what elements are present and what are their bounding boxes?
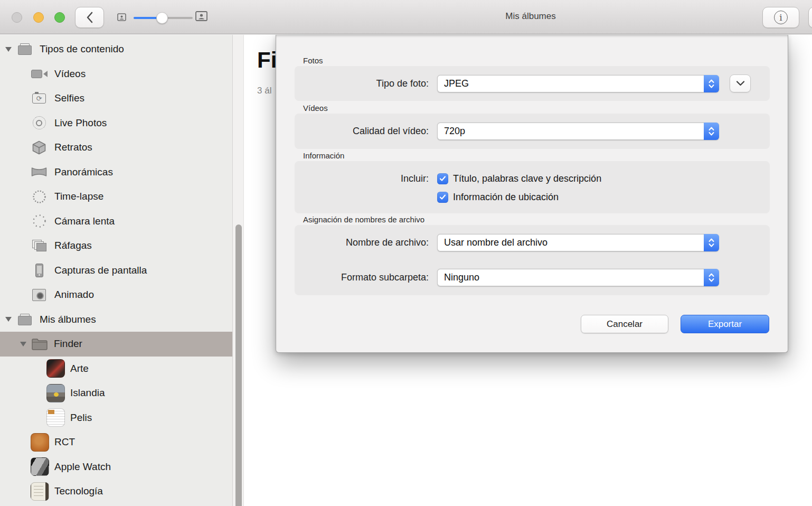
group-box-videos: Calidad del vídeo: 720p [295, 114, 770, 149]
sidebar-item-islandia[interactable]: Islandia [0, 381, 232, 406]
sidebar-section-label: Tipos de contenido [40, 43, 124, 55]
include-label: Incluir: [295, 173, 429, 184]
zoom-slider-thumb[interactable] [156, 12, 168, 24]
folder-icon [31, 338, 48, 351]
section-title-informacion: Información [303, 151, 344, 160]
live-photos-icon [31, 116, 48, 129]
window-toolbar: Mis álbumes i [0, 0, 812, 34]
filename-select[interactable]: Usar nombre del archivo [437, 234, 719, 251]
checkbox-location-info[interactable] [437, 192, 448, 203]
animated-icon [31, 289, 48, 301]
sidebar-item-apple-watch[interactable]: Apple Watch [0, 455, 232, 480]
zoom-in-thumbnail-icon [195, 11, 207, 23]
info-icon: i [774, 11, 788, 24]
zoom-out-thumbnail-icon [117, 13, 126, 23]
sidebar-item-panoramicas[interactable]: Panorámicas [0, 160, 232, 185]
sidebar-item-label: Selfies [54, 92, 84, 104]
album-thumbnail [46, 408, 65, 427]
subfolder-format-select[interactable]: Ninguno [437, 269, 719, 286]
sidebar-item-label: Animado [54, 289, 94, 301]
video-quality-label: Calidad del vídeo: [295, 126, 429, 137]
sidebar-item-label: Panorámicas [54, 166, 113, 178]
album-thumbnail [46, 359, 65, 378]
album-thumbnail [31, 457, 49, 476]
section-title-videos: Vídeos [303, 104, 328, 113]
sidebar-item-selfies[interactable]: ⟳ Selfies [0, 86, 232, 111]
checkbox-title-keywords[interactable] [437, 173, 448, 184]
popup-stepper-icon [704, 269, 719, 286]
sidebar-item-time-lapse[interactable]: Time-lapse [0, 184, 232, 209]
sidebar-item-label: Apple Watch [54, 461, 111, 473]
chevron-left-icon [86, 12, 93, 23]
sidebar: Tipos de contenido Vídeos ⟳ Selfies Live… [0, 35, 233, 506]
cancel-button[interactable]: Cancelar [581, 315, 668, 333]
sidebar-item-live-photos[interactable]: Live Photos [0, 111, 232, 136]
more-options-button[interactable] [730, 74, 751, 92]
sidebar-item-retratos[interactable]: Retratos [0, 135, 232, 160]
section-title-naming: Asignación de nombres de archivo [303, 215, 424, 224]
burst-icon [31, 240, 48, 251]
album-thumbnail [46, 384, 65, 402]
traffic-light-minimize[interactable] [33, 12, 44, 23]
sidebar-item-label: RCT [54, 436, 75, 448]
sidebar-item-arte[interactable]: Arte [0, 357, 232, 381]
sidebar-item-label: Time-lapse [54, 191, 103, 202]
traffic-light-close[interactable] [12, 12, 22, 23]
albums-stack-icon [17, 314, 32, 325]
sidebar-item-camara-lenta[interactable]: Cámara lenta [0, 209, 232, 234]
popup-stepper-icon [704, 75, 719, 92]
checkmark-icon [439, 176, 446, 182]
timelapse-icon [31, 190, 48, 204]
album-page-title: Fi [257, 48, 277, 73]
album-count-text: 3 ál [257, 86, 271, 96]
back-button[interactable] [75, 7, 104, 28]
sidebar-item-rafagas[interactable]: Ráfagas [0, 233, 232, 258]
sidebar-section-content-types[interactable]: Tipos de contenido [0, 37, 232, 62]
export-button[interactable]: Exportar [681, 315, 769, 333]
subfolder-format-label: Formato subcarpeta: [295, 272, 429, 283]
sidebar-item-capturas[interactable]: Capturas de pantalla [0, 258, 232, 283]
traffic-light-zoom[interactable] [54, 12, 65, 23]
cube-icon [31, 140, 48, 155]
sidebar-item-rct[interactable]: RCT [0, 430, 232, 455]
checkbox-label: Título, palabras clave y descripción [453, 173, 601, 184]
info-button[interactable]: i [762, 7, 799, 28]
section-title-fotos: Fotos [303, 56, 323, 65]
sidebar-item-animado[interactable]: Animado [0, 283, 232, 307]
sidebar-item-pelis[interactable]: Pelis [0, 406, 232, 430]
disclosure-triangle-icon[interactable] [5, 47, 12, 52]
album-thumbnail [31, 433, 49, 452]
sidebar-section-my-albums[interactable]: Mis álbumes [0, 307, 232, 332]
album-thumbnail [31, 482, 49, 501]
slow-motion-icon [31, 214, 48, 228]
photo-kind-select[interactable]: JPEG [437, 75, 719, 92]
window-title: Mis álbumes [459, 11, 602, 22]
sidebar-item-label: Finder [54, 338, 82, 350]
video-camera-icon [31, 70, 48, 78]
iphone-icon [31, 264, 48, 277]
video-quality-select[interactable]: 720p [437, 123, 719, 140]
sidebar-item-label: Ráfagas [54, 240, 92, 251]
export-dialog: Fotos Tipo de foto: JPEG Vídeos Calidad … [276, 35, 788, 353]
clipped-toolbar-button[interactable] [808, 7, 812, 28]
sidebar-scrollbar-track[interactable] [233, 35, 244, 506]
popup-stepper-icon [704, 234, 719, 251]
disclosure-triangle-icon[interactable] [20, 342, 26, 346]
filename-label: Nombre de archivo: [295, 237, 429, 248]
zoom-slider[interactable] [134, 12, 193, 24]
sidebar-scrollbar-thumb[interactable] [235, 224, 242, 506]
sidebar-item-label: Islandia [70, 387, 105, 399]
group-box-naming: Nombre de archivo: Usar nombre del archi… [295, 225, 770, 295]
filename-value: Usar nombre del archivo [444, 235, 547, 251]
photo-kind-label: Tipo de foto: [295, 78, 429, 89]
subfolder-format-value: Ninguno [444, 269, 479, 286]
sidebar-item-label: Tecnología [54, 485, 103, 497]
sidebar-item-videos[interactable]: Vídeos [0, 62, 232, 87]
sidebar-item-label: Pelis [70, 412, 92, 424]
checkmark-icon [439, 194, 446, 200]
selfie-camera-icon: ⟳ [31, 93, 48, 104]
sidebar-item-finder-selected[interactable]: Finder [0, 332, 232, 357]
group-box-fotos: Tipo de foto: JPEG [295, 66, 770, 101]
sidebar-item-tecnologia[interactable]: Tecnología [0, 479, 232, 504]
disclosure-triangle-icon[interactable] [5, 317, 12, 322]
